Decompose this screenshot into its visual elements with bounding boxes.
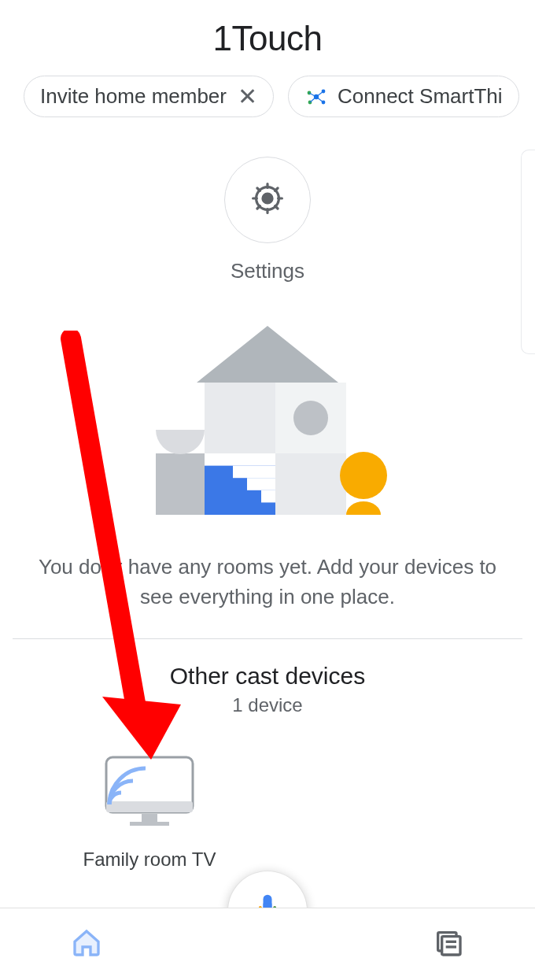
svg-point-14: [293, 401, 328, 435]
svg-rect-35: [442, 936, 460, 954]
svg-rect-27: [106, 801, 193, 812]
svg-rect-18: [205, 453, 219, 466]
close-icon[interactable]: ✕: [238, 85, 257, 109]
home-tab[interactable]: [71, 927, 102, 962]
device-name: Family room TV: [83, 849, 216, 871]
svg-rect-24: [156, 453, 205, 515]
chip-label: Connect SmartThi: [338, 84, 503, 109]
svg-line-7: [310, 97, 316, 102]
suggestion-chips-row: Invite home member ✕ Connect SmartThi: [0, 58, 535, 125]
feed-tab[interactable]: [433, 927, 464, 962]
svg-rect-12: [205, 383, 275, 453]
svg-rect-23: [261, 490, 275, 503]
connect-smartthings-chip[interactable]: Connect SmartThi: [288, 76, 519, 117]
settings-button[interactable]: [224, 157, 311, 243]
svg-rect-29: [130, 822, 169, 826]
other-cast-devices-header: Other cast devices 1 device: [0, 639, 535, 716]
svg-point-9: [263, 194, 272, 203]
svg-marker-11: [197, 326, 338, 383]
home-title: 1Touch: [0, 19, 535, 58]
svg-rect-22: [247, 478, 275, 490]
svg-rect-20: [219, 453, 275, 466]
cast-device-tile[interactable]: Family room TV: [71, 753, 228, 871]
svg-point-25: [340, 452, 387, 499]
side-handle: [521, 150, 535, 354]
invite-home-member-chip[interactable]: Invite home member ✕: [24, 76, 274, 117]
chip-label: Invite home member: [40, 84, 227, 109]
svg-rect-16: [275, 453, 346, 515]
settings-label: Settings: [231, 259, 304, 283]
svg-line-6: [316, 91, 323, 97]
svg-rect-21: [233, 466, 275, 479]
empty-rooms-text: You don't have any rooms yet. Add your d…: [0, 515, 535, 638]
svg-line-8: [316, 97, 323, 102]
gear-icon: [249, 179, 286, 220]
smartthings-icon: [304, 85, 328, 109]
empty-home-illustration: [0, 283, 535, 515]
tv-cast-icon: [98, 753, 201, 834]
bottom-nav: [0, 908, 535, 980]
svg-rect-28: [142, 814, 157, 822]
device-count: 1 device: [0, 694, 535, 716]
other-cast-title: Other cast devices: [0, 663, 535, 690]
header: 1Touch: [0, 0, 535, 58]
